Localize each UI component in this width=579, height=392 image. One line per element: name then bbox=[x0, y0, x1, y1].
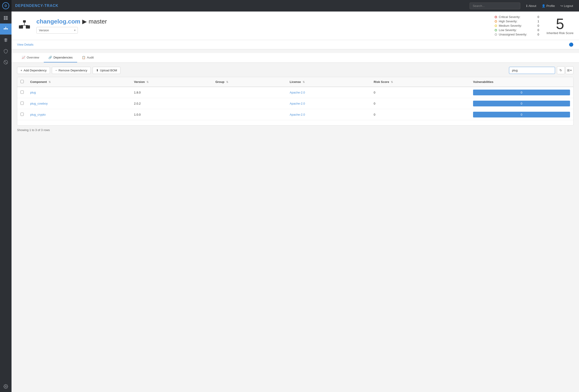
table-row-count: Showing 1 to 3 of 3 rows bbox=[17, 128, 50, 132]
license-link-1[interactable]: Apache-2.0 bbox=[290, 102, 305, 105]
brand-suffix: TRACK bbox=[44, 4, 59, 7]
th-version[interactable]: Version ⇅ bbox=[131, 77, 212, 87]
row-vulnerabilities-1: 0 bbox=[470, 98, 573, 109]
sort-version-icon: ⇅ bbox=[146, 80, 148, 83]
overview-icon: 📈 bbox=[22, 56, 25, 59]
toolbar-icons: ↻ ⊞ ▼ bbox=[557, 66, 574, 74]
app-logo[interactable]: D bbox=[0, 0, 11, 11]
version-select[interactable]: Version bbox=[36, 27, 78, 34]
row-risk-score-2: 0 bbox=[370, 109, 470, 120]
row-checkbox-1[interactable] bbox=[20, 102, 24, 105]
main-content: DEPENDENCY-TRACK ℹ About 👤 Profile ↪ Log… bbox=[11, 0, 579, 392]
component-link-0[interactable]: plug bbox=[30, 91, 36, 94]
sort-risk-icon: ⇅ bbox=[391, 80, 393, 83]
th-risk-score[interactable]: Risk Score ⇅ bbox=[370, 77, 470, 87]
vuln-badge-0: 0 bbox=[473, 90, 570, 95]
row-version-1: 2.0.2 bbox=[131, 98, 212, 109]
upload-bom-label: Upload BOM bbox=[100, 69, 117, 72]
sidebar-item-settings[interactable] bbox=[0, 381, 11, 392]
severity-low: Low Severity: 0 bbox=[495, 28, 539, 32]
tab-overview[interactable]: 📈 Overview bbox=[17, 53, 44, 62]
toolbar: + Add Dependency − Remove Dependency ⬆ U… bbox=[17, 63, 574, 77]
table-row: plug_cowboy 2.0.2 Apache-2.0 0 0 bbox=[17, 98, 573, 109]
select-all-header bbox=[17, 77, 27, 87]
th-component[interactable]: Component ⇅ bbox=[27, 77, 131, 87]
svg-rect-6 bbox=[5, 27, 6, 28]
sidebar-item-vulnerabilities[interactable] bbox=[0, 46, 11, 57]
about-label: About bbox=[528, 4, 536, 7]
low-value: 0 bbox=[538, 28, 539, 32]
project-icon bbox=[17, 18, 32, 33]
chevron-down-icon: ▼ bbox=[570, 69, 572, 72]
component-link-1[interactable]: plug_cowboy bbox=[30, 102, 48, 105]
th-license-label: License bbox=[290, 80, 301, 83]
th-version-label: Version bbox=[134, 80, 145, 83]
svg-rect-18 bbox=[26, 25, 30, 29]
logout-link[interactable]: ↪ Logout bbox=[558, 3, 575, 9]
empty-row bbox=[17, 120, 573, 126]
th-license[interactable]: License ⇅ bbox=[287, 77, 370, 87]
low-dot bbox=[495, 29, 497, 31]
critical-value: 0 bbox=[538, 15, 539, 19]
table-header: Component ⇅ Version ⇅ Group ⇅ bbox=[17, 77, 573, 87]
audit-icon: 📋 bbox=[82, 56, 85, 59]
license-link-2[interactable]: Apache-2.0 bbox=[290, 113, 305, 116]
license-link-0[interactable]: Apache-2.0 bbox=[290, 91, 305, 94]
sidebar-item-policy[interactable] bbox=[0, 57, 11, 68]
about-link[interactable]: ℹ About bbox=[524, 3, 538, 9]
severity-medium: Medium Severity: 0 bbox=[495, 24, 539, 27]
logout-label: Logout bbox=[564, 4, 573, 7]
add-dependency-button[interactable]: + Add Dependency bbox=[17, 67, 50, 74]
risk-score-panel: 5 Inherited Risk Score bbox=[547, 17, 574, 35]
refresh-icon: ↻ bbox=[559, 68, 562, 72]
svg-rect-17 bbox=[19, 25, 23, 29]
upload-bom-button[interactable]: ⬆ Upload BOM bbox=[93, 67, 120, 74]
risk-score-number: 5 bbox=[547, 17, 574, 31]
navbar: DEPENDENCY-TRACK ℹ About 👤 Profile ↪ Log… bbox=[11, 0, 579, 11]
sort-component-icon: ⇅ bbox=[49, 80, 51, 83]
low-label: Low Severity: bbox=[499, 28, 536, 32]
plus-icon: + bbox=[20, 69, 22, 72]
table: Component ⇅ Version ⇅ Group ⇅ bbox=[17, 77, 573, 125]
row-group-2 bbox=[212, 109, 287, 120]
row-group-0 bbox=[212, 87, 287, 98]
add-dependency-label: Add Dependency bbox=[24, 69, 47, 72]
unassigned-value: 0 bbox=[538, 33, 539, 36]
view-details-link[interactable]: View Details bbox=[17, 43, 33, 46]
sidebar-item-projects[interactable] bbox=[0, 23, 11, 35]
page-area: changelog.com ▶ master Version Critical … bbox=[11, 11, 579, 392]
search-input[interactable] bbox=[470, 2, 520, 9]
risk-score-label: Inherited Risk Score bbox=[547, 31, 574, 35]
high-label: High Severity: bbox=[499, 20, 536, 23]
row-license-1: Apache-2.0 bbox=[287, 98, 370, 109]
th-group-label: Group bbox=[215, 80, 224, 83]
minus-icon: − bbox=[55, 69, 57, 72]
tab-dependencies[interactable]: 🔗 Dependencies bbox=[44, 53, 77, 62]
select-all-checkbox[interactable] bbox=[20, 80, 24, 83]
row-license-2: Apache-2.0 bbox=[287, 109, 370, 120]
row-version-2: 1.0.0 bbox=[131, 109, 212, 120]
dependencies-table: Component ⇅ Version ⇅ Group ⇅ bbox=[17, 77, 574, 126]
component-search-input[interactable] bbox=[509, 67, 555, 74]
tab-audit[interactable]: 📋 Audit bbox=[77, 53, 98, 62]
th-group[interactable]: Group ⇅ bbox=[212, 77, 287, 87]
row-group-1 bbox=[212, 98, 287, 109]
remove-dependency-button[interactable]: − Remove Dependency bbox=[52, 67, 91, 74]
columns-button[interactable]: ⊞ ▼ bbox=[566, 66, 574, 74]
vuln-badge-2: 0 bbox=[473, 112, 570, 117]
project-title: changelog.com ▶ master bbox=[36, 18, 490, 25]
row-risk-score-0: 0 bbox=[370, 87, 470, 98]
sidebar-item-dashboard[interactable] bbox=[0, 12, 11, 23]
row-component-2: plug_crypto bbox=[27, 109, 131, 120]
row-checkbox-0[interactable] bbox=[20, 90, 24, 94]
profile-link[interactable]: 👤 Profile bbox=[539, 3, 557, 9]
tab-dependencies-label: Dependencies bbox=[53, 56, 72, 59]
row-checkbox-2[interactable] bbox=[20, 113, 24, 116]
sort-group-icon: ⇅ bbox=[226, 80, 228, 83]
refresh-button[interactable]: ↻ bbox=[557, 66, 565, 74]
profile-label: Profile bbox=[546, 4, 555, 7]
component-link-2[interactable]: plug_crypto bbox=[30, 113, 46, 116]
sidebar-item-components[interactable] bbox=[0, 35, 11, 46]
row-checkbox-cell bbox=[17, 98, 27, 109]
svg-rect-5 bbox=[6, 18, 8, 20]
